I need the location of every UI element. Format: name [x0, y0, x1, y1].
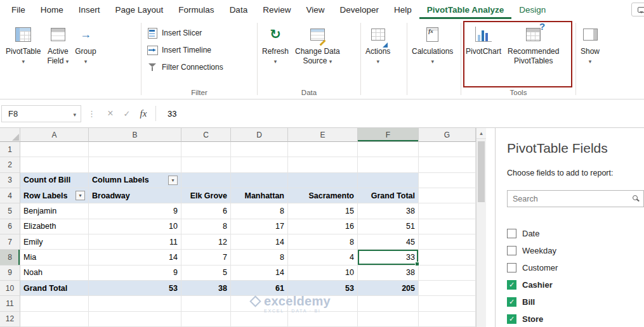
cell-F11[interactable]: [358, 296, 419, 311]
cell-D6[interactable]: 17: [231, 219, 288, 234]
cell-E3[interactable]: [288, 173, 358, 188]
cell-D7[interactable]: 14: [231, 234, 288, 250]
cell-A9[interactable]: Noah: [20, 266, 89, 281]
cell-D8[interactable]: 8: [231, 250, 288, 265]
cell-G2[interactable]: [419, 157, 476, 172]
checkbox-checked-icon[interactable]: ✓: [507, 297, 516, 307]
cell-C1[interactable]: [181, 142, 231, 157]
cell-E10[interactable]: 53: [288, 281, 358, 296]
column-header-C[interactable]: C: [181, 128, 231, 142]
cell-D3[interactable]: [231, 173, 288, 188]
cell-G12[interactable]: [419, 312, 476, 327]
ribbon-tab-data[interactable]: Data: [222, 0, 256, 19]
pivotchart-button[interactable]: PivotChart: [463, 19, 504, 88]
cancel-icon[interactable]: [102, 108, 119, 119]
cell-G6[interactable]: [419, 219, 476, 234]
filter-dropdown-icon[interactable]: [76, 191, 85, 200]
cell-F10[interactable]: 205: [358, 281, 419, 296]
cell-E12[interactable]: [288, 312, 358, 327]
cell-B6[interactable]: 10: [89, 219, 181, 234]
cell-D10[interactable]: 61: [231, 281, 288, 296]
cell-B10[interactable]: 53: [89, 281, 181, 296]
group-button[interactable]: Group: [72, 19, 99, 88]
cell-C6[interactable]: 8: [181, 219, 231, 234]
cell-C11[interactable]: [181, 296, 231, 311]
row-header-11[interactable]: 11: [0, 296, 20, 311]
cell-A6[interactable]: Elizabeth: [20, 219, 89, 234]
checkbox-checked-icon[interactable]: ✓: [507, 280, 516, 290]
row-header-9[interactable]: 9: [0, 266, 20, 281]
field-item-bill[interactable]: ✓Bill: [507, 293, 644, 311]
row-header-6[interactable]: 6: [0, 219, 20, 234]
row-header-12[interactable]: 12: [0, 312, 20, 327]
ribbon-tab-help[interactable]: Help: [386, 0, 419, 19]
cell-G3[interactable]: [419, 173, 476, 188]
cell-G10[interactable]: [419, 281, 476, 296]
field-item-date[interactable]: Date: [507, 225, 644, 242]
checkbox-unchecked-icon[interactable]: [507, 263, 516, 272]
row-header-3[interactable]: 3: [0, 173, 20, 188]
cell-A4[interactable]: Row Labels: [20, 188, 89, 203]
cell-E4[interactable]: Sacramento: [288, 188, 358, 203]
cell-D1[interactable]: [231, 142, 288, 157]
cell-G11[interactable]: [419, 296, 476, 311]
enter-icon[interactable]: [119, 108, 135, 119]
field-item-store[interactable]: ✓Store: [507, 311, 644, 327]
filter-connections-button[interactable]: Filter Connections: [147, 61, 223, 74]
cell-E11[interactable]: [288, 296, 358, 311]
checkbox-unchecked-icon[interactable]: [507, 229, 516, 238]
ribbon-tab-insert[interactable]: Insert: [71, 0, 108, 19]
cell-A10[interactable]: Grand Total: [20, 281, 89, 296]
column-header-B[interactable]: B: [89, 128, 181, 142]
column-header-D[interactable]: D: [231, 128, 288, 142]
row-header-8[interactable]: 8: [0, 250, 20, 265]
cell-B2[interactable]: [89, 157, 181, 172]
field-item-weekday[interactable]: Weekday: [507, 242, 644, 259]
cell-A7[interactable]: Emily: [20, 234, 89, 250]
insert-timeline-button[interactable]: Insert Timeline: [147, 44, 211, 56]
cell-C7[interactable]: 12: [181, 234, 231, 250]
name-box-dropdown-icon[interactable]: [73, 109, 76, 119]
cell-F12[interactable]: [358, 312, 419, 327]
row-header-7[interactable]: 7: [0, 234, 20, 250]
cell-F3[interactable]: [358, 173, 419, 188]
formula-input[interactable]: 33: [160, 109, 176, 119]
cell-C12[interactable]: [181, 312, 231, 327]
cell-D11[interactable]: [231, 296, 288, 311]
insert-slicer-button[interactable]: Insert Slicer: [147, 27, 202, 39]
active-field-button[interactable]: Active Field: [44, 19, 72, 88]
cell-A3[interactable]: Count of Bill: [20, 173, 89, 188]
comments-button[interactable]: [631, 3, 644, 16]
cell-C8[interactable]: 7: [181, 250, 231, 265]
filter-dropdown-icon[interactable]: [168, 176, 178, 185]
cell-E8[interactable]: 4: [288, 250, 358, 265]
row-header-10[interactable]: 10: [0, 281, 20, 296]
row-header-1[interactable]: 1: [0, 142, 20, 157]
ribbon-tab-pivottable-analyze[interactable]: PivotTable Analyze: [419, 0, 512, 19]
name-box[interactable]: F8: [1, 105, 81, 122]
cell-E5[interactable]: 15: [288, 203, 358, 219]
ribbon-tab-view[interactable]: View: [298, 0, 332, 19]
cell-C10[interactable]: 38: [181, 281, 231, 296]
scroll-up-icon[interactable]: [476, 128, 486, 139]
cell-G8[interactable]: [419, 250, 476, 265]
ribbon-tab-page-layout[interactable]: Page Layout: [108, 0, 171, 19]
column-header-G[interactable]: G: [419, 128, 476, 142]
cell-E9[interactable]: 10: [288, 266, 358, 281]
cell-C3[interactable]: [181, 173, 231, 188]
row-header-5[interactable]: 5: [0, 203, 20, 219]
calculations-button[interactable]: Calculations: [409, 19, 456, 88]
cell-C4[interactable]: Elk Grove: [181, 188, 231, 203]
cell-A12[interactable]: [20, 312, 89, 327]
pivottable-button[interactable]: PivotTable: [3, 19, 44, 88]
ribbon-tab-home[interactable]: Home: [33, 0, 71, 19]
cell-B3[interactable]: Column Labels: [89, 173, 181, 188]
cell-C5[interactable]: 6: [181, 203, 231, 219]
cell-A11[interactable]: [20, 296, 89, 311]
cell-B5[interactable]: 9: [89, 203, 181, 219]
cell-A5[interactable]: Benjamin: [20, 203, 89, 219]
search-input[interactable]: [508, 191, 643, 207]
ribbon-tab-developer[interactable]: Developer: [332, 0, 386, 19]
cell-C2[interactable]: [181, 157, 231, 172]
refresh-button[interactable]: Refresh: [259, 19, 292, 88]
